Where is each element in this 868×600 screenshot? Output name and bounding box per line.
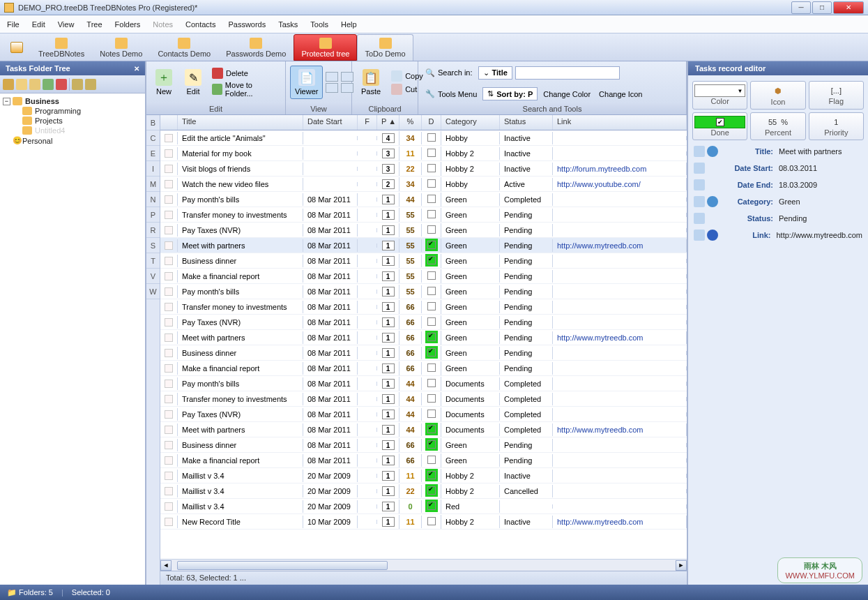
table-row[interactable]: Maillist v 3.420 Mar 2009122Hobby 2Cance…	[160, 483, 687, 499]
tab-notes-demo[interactable]: Notes Demo	[92, 34, 150, 61]
table-row[interactable]: Meet with partners08 Mar 2011166GreenPen…	[160, 330, 687, 345]
new-button[interactable]: ＋New	[151, 66, 177, 99]
table-row[interactable]: Business dinner08 Mar 2011166GreenPendin…	[160, 437, 687, 453]
grid-header[interactable]: Title Date Start F P ▲ % D Category Stat…	[160, 115, 687, 130]
folder-tool-icon[interactable]	[16, 79, 27, 90]
tab-treedbnotes[interactable]: TreeDBNotes	[31, 34, 92, 61]
horizontal-scrollbar[interactable]: ◄►	[160, 559, 687, 571]
table-row[interactable]: Pay month's bills08 Mar 2011144GreenComp…	[160, 192, 687, 207]
search-combo[interactable]: ⌄Title	[478, 66, 512, 80]
table-row[interactable]: New Record Title10 Mar 2009111Hobby 2Ina…	[160, 514, 687, 530]
tools-menu-button[interactable]: 🔧Tools Menu	[422, 89, 480, 99]
table-row[interactable]: Make a financial report08 Mar 2011155Gre…	[160, 269, 687, 284]
table-row[interactable]: Transfer money to investments08 Mar 2011…	[160, 207, 687, 223]
delete-button[interactable]: Delete	[209, 67, 281, 80]
copy-icon[interactable]	[694, 196, 705, 207]
tab-home[interactable]	[3, 34, 31, 61]
search-input[interactable]	[515, 66, 620, 80]
table-row[interactable]: Watch the new video files234HobbyActiveh…	[160, 177, 687, 192]
tab-protected-tree[interactable]: Protected tree	[294, 34, 357, 61]
alpha-letter[interactable]: I	[146, 161, 160, 177]
tab-passwords-demo[interactable]: Passwords Demo	[218, 34, 294, 61]
search-icon[interactable]	[707, 146, 718, 157]
table-row[interactable]: Maillist v 3.420 Mar 2009111Hobby 2Inact…	[160, 468, 687, 483]
move-folder-button[interactable]: Move to Folder...	[209, 80, 281, 98]
minimize-button[interactable]: ─	[791, 1, 811, 14]
table-row[interactable]: Pay Taxes (NVR)08 Mar 2011155GreenPendin…	[160, 223, 687, 238]
folder-tool-icon[interactable]	[3, 79, 14, 90]
sort-by-button[interactable]: ⇅Sort by: P	[482, 87, 538, 100]
done-toggle[interactable]: ✔ Done	[692, 112, 747, 140]
folder-tree[interactable]: −BusinessProgrammingProjectsUntitled4😊 P…	[0, 93, 145, 585]
flag-selector[interactable]: [...] Flag	[809, 81, 864, 110]
panel-close-icon[interactable]: ✕	[134, 65, 139, 73]
tree-item[interactable]: Untitled4	[3, 126, 142, 135]
menu-passwords[interactable]: Passwords	[228, 20, 266, 29]
menu-tree[interactable]: Tree	[86, 20, 102, 29]
table-row[interactable]: Make a financial report08 Mar 2011166Gre…	[160, 453, 687, 468]
menu-contacts[interactable]: Contacts	[185, 20, 215, 29]
table-row[interactable]: Material for my book311Hobby 2Inactive	[160, 146, 687, 161]
table-row[interactable]: Maillist v 3.420 Mar 200910Red	[160, 499, 687, 514]
paste-button[interactable]: 📋Paste	[356, 66, 386, 99]
table-row[interactable]: Transfer money to investments08 Mar 2011…	[160, 391, 687, 407]
menu-folders[interactable]: Folders	[115, 20, 141, 29]
tab-todo-demo[interactable]: ToDo Demo	[357, 34, 413, 61]
view-option-icon[interactable]	[326, 83, 338, 93]
color-selector[interactable]: ▼ Color	[692, 81, 747, 110]
table-row[interactable]: Pay month's bills08 Mar 2011144Documents…	[160, 376, 687, 391]
copy-icon[interactable]	[694, 230, 705, 241]
viewer-button[interactable]: 📄Viewer	[290, 66, 323, 99]
table-row[interactable]: Pay Taxes (NVR)08 Mar 2011166GreenPendin…	[160, 315, 687, 330]
search-icon[interactable]	[707, 196, 718, 207]
alpha-letter[interactable]: C	[146, 130, 160, 146]
table-row[interactable]: Visit blogs of friends322Hobby 2Inactive…	[160, 161, 687, 177]
globe-icon[interactable]	[707, 230, 718, 241]
folder-tool-icon[interactable]	[56, 79, 67, 90]
copy-icon[interactable]	[694, 213, 705, 224]
priority-field[interactable]: 1 Priority	[809, 112, 864, 140]
table-row[interactable]: Transfer money to investments08 Mar 2011…	[160, 299, 687, 315]
tree-item[interactable]: Programming	[3, 106, 142, 116]
folder-tool-icon[interactable]	[29, 79, 40, 90]
alpha-letter[interactable]: W	[146, 284, 160, 299]
table-row[interactable]: Make a financial report08 Mar 2011166Gre…	[160, 361, 687, 376]
icon-selector[interactable]: ⬢ Icon	[750, 81, 805, 110]
alpha-letter[interactable]: R	[146, 223, 160, 238]
change-icon-button[interactable]: Change Icon	[596, 89, 645, 99]
maximize-button[interactable]: □	[812, 1, 832, 14]
table-row[interactable]: Pay month's bills08 Mar 2011155GreenPend…	[160, 284, 687, 299]
table-row[interactable]: Pay Taxes (NVR)08 Mar 2011144DocumentsCo…	[160, 407, 687, 422]
table-row[interactable]: Business dinner08 Mar 2011166GreenPendin…	[160, 345, 687, 361]
table-row[interactable]: Meet with partners08 Mar 2011155GreenPen…	[160, 238, 687, 253]
view-option-icon[interactable]	[326, 72, 338, 82]
menu-notes[interactable]: Notes	[153, 20, 173, 29]
tree-item[interactable]: 😊 Personal	[3, 135, 142, 146]
menu-tools[interactable]: Tools	[310, 20, 328, 29]
edit-button[interactable]: ✎Edit	[180, 66, 206, 99]
table-row[interactable]: Meet with partners08 Mar 2011144Document…	[160, 422, 687, 437]
alpha-letter[interactable]: E	[146, 146, 160, 161]
percent-field[interactable]: 55 % Percent	[750, 112, 805, 140]
alpha-letter[interactable]: T	[146, 253, 160, 269]
copy-icon[interactable]	[694, 179, 705, 190]
table-row[interactable]: Edit the article "Animals"434HobbyInacti…	[160, 130, 687, 146]
grid-body[interactable]: Edit the article "Animals"434HobbyInacti…	[160, 130, 687, 559]
alpha-index[interactable]: BCEIMNPRSTVW	[146, 115, 160, 585]
menu-file[interactable]: File	[7, 20, 20, 29]
alpha-letter[interactable]: N	[146, 192, 160, 207]
alpha-letter[interactable]: S	[146, 238, 160, 253]
close-button[interactable]: ✕	[833, 1, 864, 14]
menu-edit[interactable]: Edit	[32, 20, 45, 29]
tree-item[interactable]: Projects	[3, 116, 142, 126]
alpha-letter[interactable]: V	[146, 269, 160, 284]
tab-contacts-demo[interactable]: Contacts Demo	[150, 34, 218, 61]
tree-item[interactable]: −Business	[3, 96, 142, 106]
folder-tool-icon[interactable]	[85, 79, 96, 90]
alpha-letter[interactable]: B	[146, 115, 160, 130]
alpha-letter[interactable]: M	[146, 177, 160, 192]
alpha-letter[interactable]: P	[146, 207, 160, 223]
menu-help[interactable]: Help	[341, 20, 357, 29]
folder-tool-icon[interactable]	[43, 79, 54, 90]
table-row[interactable]: Business dinner08 Mar 2011155GreenPendin…	[160, 253, 687, 269]
